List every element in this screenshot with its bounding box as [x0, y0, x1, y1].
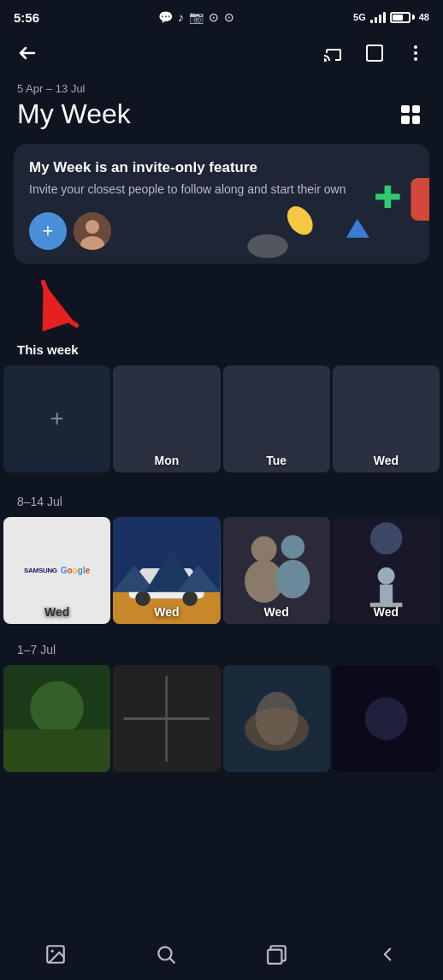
whatsapp-icon: 💬 [158, 10, 173, 24]
google-text: Google [61, 566, 90, 575]
signal-bar-3 [379, 15, 381, 23]
status-icons: 💬 ♪ 📷 ⊙ ⊙ [158, 10, 234, 24]
more-icon [405, 43, 426, 63]
page-title-row: My Week [17, 98, 426, 130]
svg-rect-48 [268, 950, 281, 964]
invite-card-desc: Invite your closest people to follow alo… [29, 181, 414, 199]
photo-tile-4[interactable]: Wed [333, 517, 440, 624]
svg-point-2 [414, 45, 417, 49]
grid-cell-1 [401, 105, 410, 114]
battery-indicator [390, 12, 415, 23]
svg-point-34 [30, 681, 84, 735]
svg-point-29 [370, 522, 403, 555]
tabs-button[interactable] [361, 39, 388, 67]
abstract-image [113, 665, 220, 772]
avatar-image [74, 212, 111, 250]
bottom-nav [0, 932, 443, 980]
bottom-nav-albums[interactable] [249, 938, 305, 971]
nav-left [14, 39, 41, 67]
grid-cell-3 [401, 116, 410, 124]
avatar-placeholder [74, 212, 111, 250]
this-week-grid: + Mon Tue Wed [0, 365, 443, 472]
svg-point-24 [251, 536, 276, 561]
signal-bar-4 [383, 12, 386, 23]
svg-rect-1 [367, 45, 382, 61]
week-tile-wed[interactable]: Wed [333, 365, 440, 472]
status-time: 5:56 [14, 10, 39, 25]
svg-point-43 [364, 698, 407, 740]
battery-percent: 48 [419, 12, 429, 22]
week-tile-tue-label: Tue [223, 454, 330, 467]
bottom-nav-search[interactable] [138, 938, 194, 971]
search-nav-icon [155, 943, 177, 965]
app-icon-1: ⊙ [209, 10, 219, 24]
photo-tile-3[interactable]: Wed [223, 517, 330, 624]
svg-point-41 [255, 692, 298, 745]
invite-card-title: My Week is an invite-only feature [29, 159, 414, 176]
photo-tile-2-label: Wed [113, 605, 220, 619]
photo-tile-3-label: Wed [223, 605, 330, 619]
photo-tile-17-3[interactable] [223, 665, 330, 772]
add-week-tile[interactable]: + [3, 365, 110, 472]
grid-icon [401, 105, 420, 124]
samsung-google-logo: SAMSUNG Google [24, 566, 90, 575]
photo-tile-1-label: Wed [3, 605, 110, 619]
svg-point-26 [281, 535, 304, 559]
photo-tile-17-1[interactable] [3, 665, 110, 772]
photo-tile-1[interactable]: SAMSUNG Google Wed [3, 517, 110, 624]
hands-image [223, 665, 330, 772]
section-17-label: 1–7 Jul [0, 638, 443, 665]
top-nav [0, 31, 443, 75]
cast-icon [323, 43, 344, 63]
svg-line-47 [170, 959, 174, 963]
week-tile-tue[interactable]: Tue [223, 365, 330, 472]
app-icon-2: ⊙ [224, 10, 234, 24]
svg-point-3 [414, 51, 417, 55]
photos-nav-icon [44, 943, 67, 965]
invite-card: My Week is an invite-only feature Invite… [14, 144, 429, 264]
red-arrow [26, 272, 94, 332]
bottom-nav-back[interactable] [359, 938, 416, 971]
back-button[interactable] [14, 39, 41, 67]
signal-bar-2 [375, 17, 377, 23]
battery-tip [412, 15, 415, 20]
dark-image [333, 665, 440, 772]
photo-grid-814: SAMSUNG Google Wed Wed [0, 517, 443, 624]
cast-button[interactable] [320, 39, 347, 67]
user-avatar [74, 212, 111, 250]
svg-point-4 [414, 57, 417, 61]
photo-tile-17-4[interactable] [333, 665, 440, 772]
week-tile-mon[interactable]: Mon [113, 365, 220, 472]
signal-bar-1 [370, 20, 373, 23]
photo-grid-17 [0, 665, 443, 772]
svg-rect-0 [324, 61, 327, 62]
svg-point-27 [275, 560, 310, 598]
svg-point-11 [86, 220, 99, 234]
tabs-icon [364, 43, 385, 63]
bottom-nav-photos[interactable] [27, 938, 84, 971]
week-tile-mon-label: Mon [113, 454, 220, 467]
samsung-text: SAMSUNG [24, 567, 57, 574]
photo-tile-17-2[interactable] [113, 665, 220, 772]
grid-view-button[interactable] [395, 99, 426, 130]
signal-bars [370, 11, 386, 23]
svg-point-31 [377, 567, 394, 585]
invite-avatars: + [29, 212, 414, 250]
add-person-button[interactable]: + [29, 212, 67, 250]
status-right: 5G 48 [353, 11, 429, 23]
back-nav-icon [376, 943, 399, 965]
tiktok-icon: ♪ [178, 10, 184, 24]
section-814-label: 8–14 Jul [0, 490, 443, 517]
arrow-overlay [0, 272, 443, 332]
svg-point-19 [183, 591, 198, 606]
photo-tile-2[interactable]: Wed [113, 517, 220, 624]
svg-rect-32 [380, 585, 393, 604]
albums-nav-icon [266, 943, 288, 965]
grid-cell-4 [412, 116, 421, 124]
instagram-icon: 📷 [189, 10, 204, 24]
more-button[interactable] [402, 39, 429, 67]
status-bar: 5:56 💬 ♪ 📷 ⊙ ⊙ 5G 48 [0, 0, 443, 31]
back-icon [17, 43, 38, 63]
date-range: 5 Apr – 13 Jul [17, 82, 426, 95]
network-type: 5G [353, 12, 366, 22]
